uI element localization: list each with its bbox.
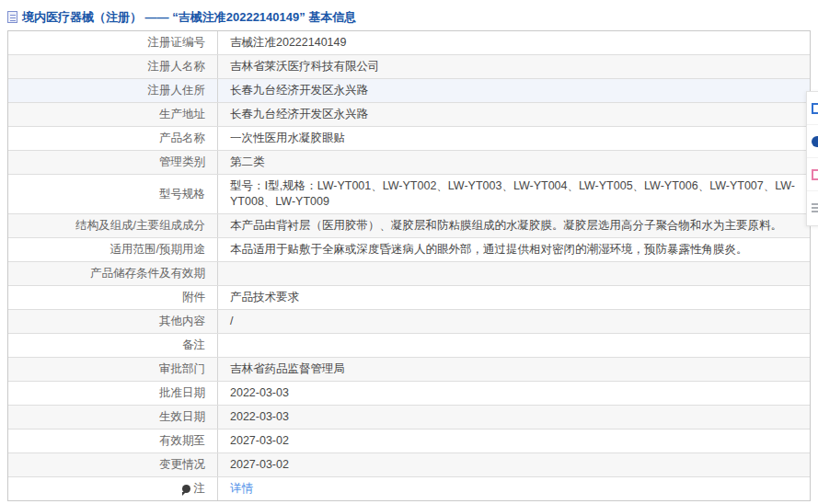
row-value: 2027-03-02: [218, 453, 810, 476]
table-row: 其他内容/: [8, 310, 810, 334]
row-label-text: 生产地址: [159, 107, 205, 122]
pink-frame-icon: [812, 169, 818, 180]
row-value-text: 2022-03-03: [230, 385, 289, 401]
row-value: /: [218, 310, 810, 333]
row-value: 本品适用于贴敷于全麻或深度昏迷病人的眼外部，通过提供相对密闭的潮湿环境，预防暴露…: [218, 238, 810, 261]
document-icon: [7, 11, 17, 23]
row-label: 注: [8, 477, 218, 500]
row-value: 2022-03-03: [218, 406, 810, 429]
row-value: 2027-03-02: [218, 430, 810, 452]
details-link[interactable]: 详情: [230, 481, 253, 497]
row-label: 生效日期: [8, 406, 218, 429]
row-value: 2022-03-03: [218, 382, 810, 405]
table-row: 适用范围/预期用途本品适用于贴敷于全麻或深度昏迷病人的眼外部，通过提供相对密闭的…: [8, 238, 810, 262]
row-value: 吉械注准20222140149: [218, 31, 810, 54]
table-row: 备注: [8, 334, 810, 358]
blue-circle-icon: [812, 136, 818, 147]
row-label-text: 产品储存条件及有效期: [90, 266, 205, 281]
share-item-2[interactable]: [807, 125, 818, 158]
table-row: 附件产品技术要求: [8, 286, 810, 310]
row-label-text: 有效期至: [159, 433, 205, 449]
row-value-text: 本产品由背衬层（医用胶带）、凝胶层和防粘膜组成的水凝胶膜。凝胶层选用高分子聚合物…: [230, 218, 782, 234]
row-label: 有效期至: [8, 430, 218, 452]
gray-lines-icon: [812, 203, 818, 205]
row-label: 变更情况: [8, 453, 218, 476]
row-value: 一次性医用水凝胶眼贴: [218, 127, 810, 150]
row-label: 审批部门: [8, 358, 218, 381]
row-value: 长春九台经济开发区永兴路: [218, 79, 810, 102]
row-value: 本产品由背衬层（医用胶带）、凝胶层和防粘膜组成的水凝胶膜。凝胶层选用高分子聚合物…: [218, 214, 810, 237]
table-row: 注册证编号吉械注准20222140149: [8, 31, 810, 55]
row-label: 生产地址: [8, 103, 218, 126]
share-item-1[interactable]: [807, 92, 818, 125]
row-value-text: 本品适用于贴敷于全麻或深度昏迷病人的眼外部，通过提供相对密闭的潮湿环境，预防暴露…: [230, 242, 748, 258]
row-value: 产品技术要求: [218, 286, 810, 309]
row-value-text: 第二类: [230, 155, 265, 170]
table-row: 产品名称一次性医用水凝胶眼贴: [8, 127, 810, 151]
row-label-text: 注册人住所: [148, 83, 206, 98]
row-value-text: 吉林省药品监督管理局: [230, 361, 345, 377]
table-row: 批准日期2022-03-03: [8, 382, 810, 406]
row-label-text: 附件: [182, 290, 205, 305]
info-table: 注册证编号吉械注准20222140149注册人名称吉林省莱沃医疗科技有限公司注册…: [7, 30, 811, 501]
row-label-text: 结构及组成/主要组成成分: [75, 218, 205, 234]
row-value: 长春九台经济开发区永兴路: [218, 103, 810, 126]
row-value-text: 型号：Ⅰ型,规格：LW-YT001、LW-YT002、LW-YT003、LW-Y…: [230, 178, 801, 210]
table-row: 注册人名称吉林省莱沃医疗科技有限公司: [8, 55, 810, 79]
row-label: 附件: [8, 286, 218, 309]
table-row: 产品储存条件及有效期: [8, 262, 810, 286]
share-item-4[interactable]: [807, 191, 818, 224]
row-value-text: 一次性医用水凝胶眼贴: [230, 131, 345, 146]
row-value-text: /: [230, 314, 233, 329]
row-label: 注册证编号: [8, 31, 218, 54]
row-value: 吉林省莱沃医疗科技有限公司: [218, 55, 810, 78]
row-value-text: 产品技术要求: [230, 290, 299, 305]
table-row: 注详情: [8, 477, 810, 500]
row-label-text: 审批部门: [159, 361, 205, 377]
page-header: 境内医疗器械（注册） —— “吉械注准20222140149” 基本信息: [0, 0, 818, 28]
share-item-3[interactable]: [807, 158, 818, 191]
table-row: 审批部门吉林省药品监督管理局: [8, 358, 810, 382]
row-label: 注册人名称: [8, 55, 218, 78]
row-label-text: 注册人名称: [148, 59, 206, 74]
row-label: 产品储存条件及有效期: [8, 262, 218, 285]
table-row: 变更情况2027-03-02: [8, 453, 810, 477]
note-icon: [182, 485, 190, 493]
table-row: 结构及组成/主要组成成分本产品由背衬层（医用胶带）、凝胶层和防粘膜组成的水凝胶膜…: [8, 214, 810, 238]
row-label-text: 变更情况: [159, 457, 205, 473]
row-label: 批准日期: [8, 382, 218, 405]
row-label-text: 型号规格: [159, 187, 205, 202]
table-row: 生产地址长春九台经济开发区永兴路: [8, 103, 810, 127]
row-label: 结构及组成/主要组成成分: [8, 214, 218, 237]
row-label: 备注: [8, 334, 218, 357]
row-label-text: 生效日期: [159, 409, 205, 425]
document-icon: [812, 103, 818, 114]
table-row: 生效日期2022-03-03: [8, 406, 810, 430]
table-row: 型号规格型号：Ⅰ型,规格：LW-YT001、LW-YT002、LW-YT003、…: [8, 175, 810, 214]
row-label: 产品名称: [8, 127, 218, 150]
row-value-text: 吉林省莱沃医疗科技有限公司: [230, 59, 380, 74]
row-value: 第二类: [218, 151, 810, 174]
row-value: [218, 262, 810, 285]
row-label: 型号规格: [8, 175, 218, 213]
share-panel: [806, 91, 818, 226]
row-label-text: 备注: [182, 338, 205, 353]
row-value-text: 长春九台经济开发区永兴路: [230, 83, 368, 98]
table-row: 注册人住所长春九台经济开发区永兴路: [8, 79, 810, 103]
row-label-text: 适用范围/预期用途: [110, 242, 205, 258]
page-title: 境内医疗器械（注册） —— “吉械注准20222140149” 基本信息: [22, 9, 356, 26]
row-value: [218, 334, 810, 357]
row-value: 型号：Ⅰ型,规格：LW-YT001、LW-YT002、LW-YT003、LW-Y…: [218, 175, 810, 213]
row-value: 吉林省药品监督管理局: [218, 358, 810, 381]
row-value-text: 长春九台经济开发区永兴路: [230, 107, 368, 122]
row-label: 适用范围/预期用途: [8, 238, 218, 261]
row-value-text: 2022-03-03: [230, 409, 289, 425]
row-label: 管理类别: [8, 151, 218, 174]
table-row: 管理类别第二类: [8, 151, 810, 175]
row-label: 注册人住所: [8, 79, 218, 102]
row-label-text: 注册证编号: [148, 35, 206, 51]
row-value: 详情: [218, 477, 810, 500]
row-label-text: 其他内容: [159, 314, 205, 329]
row-label-text: 产品名称: [159, 131, 205, 146]
row-value-text: 吉械注准20222140149: [230, 35, 346, 51]
